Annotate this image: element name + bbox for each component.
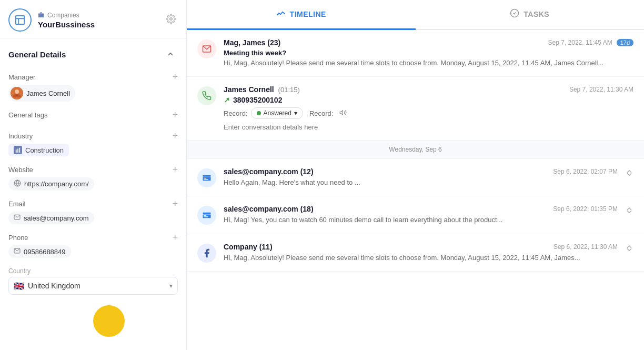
conversation-input[interactable] (224, 123, 633, 131)
manager-avatar (11, 87, 23, 99)
timestamp-2: Sep 6, 2022, 02:07 PM (553, 168, 618, 175)
timeline-body-email-1: Mag, James (23) Sep 7, 2022, 11:45 AM 17… (224, 38, 633, 68)
country-select[interactable]: United Kingdom United States Germany Fra… (8, 277, 178, 295)
industry-label: Industry (8, 132, 33, 140)
timeline-item-call-1: James Cornell (01:15) Sep 7, 2022, 11:30… (187, 77, 644, 141)
manager-label-row: Manager + (8, 72, 178, 82)
sender-1: Mag, James (23) (224, 38, 280, 47)
timeline-item-email-2: sales@company.com (12) Sep 6, 2022, 02:0… (187, 159, 644, 196)
expand-button-company[interactable] (625, 243, 633, 251)
email-tag[interactable]: sales@company.com (8, 212, 94, 224)
manager-tag[interactable]: James Cornell (8, 85, 75, 102)
status-badge[interactable]: Answered ▾ (251, 107, 303, 119)
preview-company: Hi, Mag, Absolutely! Please send me seve… (224, 253, 618, 263)
expand-button-3[interactable] (625, 205, 633, 213)
status-chevron-icon: ▾ (294, 109, 297, 117)
phone-label-row: Phone + (8, 233, 178, 242)
call-avatar-1 (197, 86, 216, 105)
general-tags-field: General tags + (0, 106, 186, 127)
sender-company: Company (11) (224, 243, 273, 251)
phone-value: 09586688849 (24, 248, 66, 256)
preview-3: Hi, Mag! Yes, you can to watch 60 minute… (224, 215, 618, 225)
fb-avatar (197, 244, 216, 263)
add-tag-button[interactable]: + (172, 110, 178, 119)
subject-1: Meeting this week? (224, 49, 633, 57)
expand-button-2[interactable] (625, 167, 633, 176)
settings-button[interactable] (164, 12, 178, 28)
add-manager-button[interactable]: + (172, 72, 178, 82)
timeline-top-row-1: Mag, James (23) Sep 7, 2022, 11:45 AM 17… (224, 38, 633, 47)
svg-point-4 (15, 89, 19, 94)
svg-rect-18 (204, 179, 208, 179)
buildings-icon (38, 12, 44, 19)
preview-1: Hi, Mag, Absolutely! Please send me seve… (224, 58, 633, 68)
industry-value: Construction (25, 146, 64, 154)
svg-rect-21 (204, 215, 206, 216)
phone-field: Phone + 09586688849 (0, 228, 186, 262)
svg-rect-22 (204, 217, 208, 217)
manager-field: Manager + James Cornell (0, 68, 186, 106)
website-label: Website (8, 166, 33, 174)
main-content: TIMELINE TASKS Mag, Jame (187, 0, 644, 350)
svg-rect-16 (203, 177, 211, 181)
tasks-tab-label: TASKS (524, 10, 549, 18)
phone-tag[interactable]: 09586688849 (8, 245, 71, 258)
timestamp-company: Sep 6, 2022, 11:30 AM (554, 243, 618, 251)
tab-timeline[interactable]: TIMELINE (187, 0, 416, 30)
tab-tasks[interactable]: TASKS (416, 0, 645, 30)
timeline-body-email-2: sales@company.com (12) Sep 6, 2022, 02:0… (224, 167, 618, 187)
website-tag[interactable]: https://company.com/ (8, 177, 94, 191)
timeline-top-row-company: Company (11) Sep 6, 2022, 11:30 AM (224, 243, 618, 251)
email-avatar-2 (197, 168, 216, 187)
envelope-icon (14, 214, 21, 222)
call-status-row: Record: Answered ▾ Record: (224, 107, 633, 119)
collapse-button[interactable] (163, 47, 178, 62)
country-label: Country (8, 267, 178, 275)
industry-icon (14, 146, 22, 154)
call-number: ↗ 380935200102 (224, 96, 633, 104)
manager-label: Manager (8, 73, 35, 81)
sidebar: Companies YourBussiness General Details … (0, 0, 187, 350)
timeline-tab-label: TIMELINE (290, 10, 326, 18)
timeline-meta-1: Sep 7, 2022, 11:45 AM 17d (548, 39, 633, 46)
timeline-top-row-call: James Cornell (01:15) Sep 7, 2022, 11:30… (224, 85, 633, 94)
tabs-header: TIMELINE TASKS (187, 0, 644, 30)
add-phone-button[interactable]: + (172, 233, 178, 242)
email-field: Email + sales@company.com (0, 195, 186, 228)
country-field: Country 🇬🇧 United Kingdom United States … (0, 262, 186, 300)
add-website-button[interactable]: + (172, 165, 178, 174)
sender-2: sales@company.com (12) (224, 167, 314, 176)
phone-icon (14, 247, 21, 256)
section-title: General Details (8, 50, 66, 59)
status-dot-icon (257, 111, 261, 115)
svg-rect-19 (203, 213, 211, 214)
breadcrumb: Companies (38, 12, 158, 19)
timestamp-call: Sep 7, 2022, 11:30 AM (569, 86, 633, 93)
breadcrumb-label: Companies (47, 12, 79, 19)
svg-rect-5 (16, 149, 17, 153)
date-separator: Wednesday, Sep 6 (187, 141, 644, 159)
preview-2: Hello Again, Mag. Here's what you need t… (224, 178, 618, 187)
company-info: Companies YourBussiness (38, 12, 158, 29)
svg-rect-1 (38, 13, 44, 17)
decorative-circle (93, 305, 125, 337)
sidebar-header: Companies YourBussiness (0, 0, 186, 38)
industry-tag[interactable]: Construction (8, 144, 69, 156)
email-avatar-3 (197, 206, 216, 225)
industry-label-row: Industry + (8, 131, 178, 141)
section-general-details: General Details (0, 38, 186, 68)
sender-call: James Cornell (01:15) (224, 85, 300, 94)
svg-marker-14 (340, 111, 343, 115)
status-value: Answered (264, 109, 291, 117)
country-flag-icon: 🇬🇧 (14, 281, 24, 291)
timeline-item-email-3: sales@company.com (18) Sep 6, 2022, 01:3… (187, 196, 644, 234)
svg-rect-7 (19, 148, 21, 153)
timeline-top-row-2: sales@company.com (12) Sep 6, 2022, 02:0… (224, 167, 618, 176)
timeline-top-row-3: sales@company.com (18) Sep 6, 2022, 01:3… (224, 205, 618, 213)
svg-rect-0 (16, 16, 25, 25)
add-email-button[interactable]: + (172, 199, 178, 208)
add-industry-button[interactable]: + (172, 131, 178, 141)
svg-rect-6 (17, 149, 18, 153)
volume-icon[interactable] (339, 109, 347, 118)
sender-3: sales@company.com (18) (224, 205, 314, 213)
